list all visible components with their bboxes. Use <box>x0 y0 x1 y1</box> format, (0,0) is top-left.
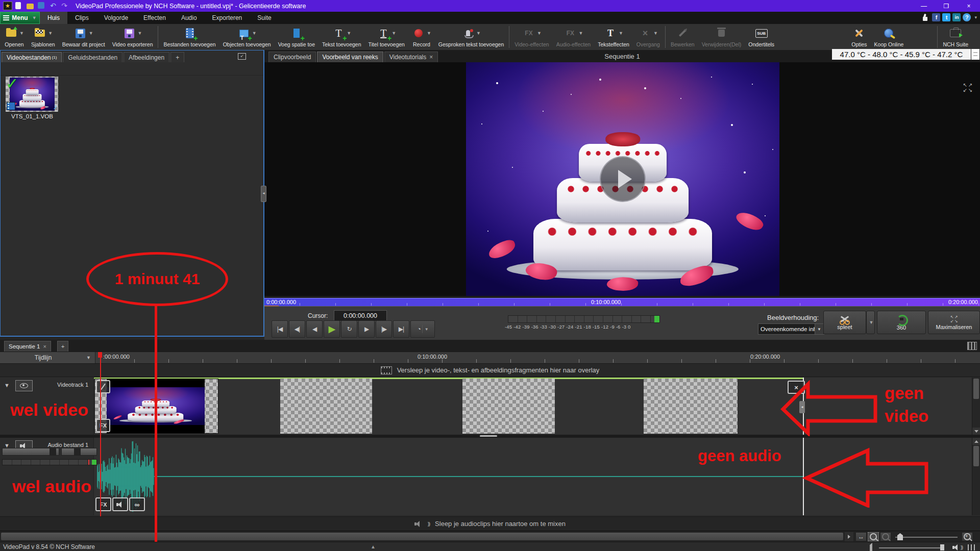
scrollbar-thumb[interactable] <box>973 446 979 466</box>
scrollbar-thumb[interactable] <box>973 379 979 399</box>
toolbar-button-koop-online[interactable]: Koop Online <box>871 24 908 50</box>
bin-tab-afbeeldingen[interactable]: Afbeeldingen <box>124 52 169 62</box>
menu-tab-effecten[interactable]: Effecten <box>136 12 174 24</box>
toolbar-button-gesproken-tekst-toevoegen[interactable]: ▼Gesproken tekst toevoegen <box>435 24 507 50</box>
play-button[interactable]: ▶ <box>324 320 340 338</box>
trim-handle[interactable]: ◂ <box>799 401 805 413</box>
audio-drop-zone[interactable]: )) Sleep je audioclips hier naartoe om t… <box>0 516 980 531</box>
toolbar-button-bestanden-toevoegen[interactable]: +Bestanden toevoegen <box>160 24 219 50</box>
toolbar-button-opties[interactable]: Opties <box>848 24 870 50</box>
add-bin-tab[interactable]: + <box>170 52 184 62</box>
preview-tab-videotutorials[interactable]: Videotutorials× <box>384 52 438 62</box>
cursor-time-field[interactable]: 0:00:00.000 <box>334 310 387 321</box>
audio-track[interactable]: ▼ Audio bestand 1 FX ∞ <box>0 438 980 515</box>
undock-panel-icon[interactable]: ↙ <box>238 53 246 60</box>
chevron-down-icon[interactable]: ▼ <box>537 31 542 36</box>
open-project-icon[interactable] <box>27 2 35 10</box>
timeline-options-icon[interactable] <box>967 342 977 350</box>
speaker-icon[interactable]: )) <box>952 544 963 550</box>
step-forward-button[interactable]: ▶ <box>358 320 375 338</box>
sequence-tab[interactable]: Sequentie 1 × <box>4 341 51 352</box>
add-sequence-tab[interactable]: + <box>57 341 68 352</box>
zoom-selection-icon[interactable] <box>868 532 879 541</box>
preview-seekbar[interactable]: 0:00:00.000 0:10:00.000 0:20:00.000 <box>264 298 980 306</box>
fullscreen-icon[interactable]: ↖↗↙↘ <box>963 83 973 93</box>
chevron-down-icon[interactable]: ▼ <box>653 31 658 36</box>
redo-icon[interactable]: ↷ <box>60 2 68 10</box>
toolbar-button-ondertitels[interactable]: SUBOndertitels <box>745 24 778 50</box>
split-button[interactable]: spleet <box>823 311 866 334</box>
bin-tab-videobestanden[interactable]: Videobestanden(1) <box>2 52 62 62</box>
scroll-up-icon[interactable] <box>972 438 980 445</box>
expand-up-icon[interactable]: ▲ <box>371 544 376 549</box>
volume-slider[interactable] <box>2 448 59 456</box>
audio-loop-badge[interactable]: ∞ <box>129 497 145 511</box>
chevron-down-icon[interactable]: ▼ <box>138 31 142 36</box>
prev-clip-button[interactable]: ◀| <box>289 320 305 338</box>
save-project-icon[interactable] <box>38 2 46 10</box>
preview-tab-clipvoorbeeld[interactable]: Clipvoorbeeld <box>268 52 316 62</box>
help-chevron-icon[interactable]: ▾ <box>974 15 977 20</box>
toolbar-button-tekst-toevoegen[interactable]: T+▼Tekst toevoegen <box>318 24 364 50</box>
toolbar-button-verwijderen-del[interactable]: Verwijderen(Del) <box>698 24 745 50</box>
clip-fx-badge[interactable]: FX <box>96 419 110 432</box>
timeline-mode-dropdown[interactable]: Tijdlijn ▼ <box>0 352 95 363</box>
maximize-preview-button[interactable]: ↖↗↙↘ Maximaliseren <box>928 311 980 334</box>
preview-tab-voorbeeld-van-reeks[interactable]: Voorbeeld van reeks <box>317 52 383 62</box>
timeline-horizontal-scrollbar[interactable]: ↔ + <box>0 531 980 542</box>
chevron-down-icon[interactable]: ▼ <box>347 31 351 36</box>
chevron-down-icon[interactable]: ▼ <box>427 31 431 36</box>
chevron-down-icon[interactable]: ▼ <box>19 31 24 36</box>
chevron-down-icon[interactable]: ▼ <box>89 31 93 36</box>
scroll-down-icon[interactable] <box>972 428 980 435</box>
mute-icon[interactable] <box>870 545 872 551</box>
play-overlay-button[interactable] <box>600 156 646 202</box>
chevron-down-icon[interactable]: ▼ <box>578 31 583 36</box>
twitter-icon[interactable]: t <box>942 13 950 21</box>
mixer-levels-icon[interactable] <box>968 544 975 550</box>
chevron-down-icon[interactable]: ▼ <box>476 31 481 36</box>
close-icon[interactable]: × <box>429 54 433 61</box>
toolbar-button-bewerken[interactable]: Bewerken <box>667 24 698 50</box>
new-project-icon[interactable] <box>15 2 23 10</box>
loop-button[interactable]: ↻ <box>341 320 357 338</box>
step-back-button[interactable]: ◀ <box>306 320 323 338</box>
like-icon[interactable] <box>922 13 930 21</box>
close-button[interactable]: × <box>958 0 980 12</box>
zoom-slider[interactable] <box>895 537 958 538</box>
panel-splitter-handle[interactable]: ◂ <box>261 186 266 202</box>
audio-volume-badge[interactable] <box>112 497 128 511</box>
fit-timeline-icon[interactable]: ↔ <box>855 532 867 541</box>
chevron-down-icon[interactable]: ▼ <box>48 31 53 36</box>
maximize-button[interactable]: ❒ <box>935 0 958 12</box>
divider-grip[interactable] <box>480 435 497 437</box>
next-clip-button[interactable]: |▶ <box>376 320 392 338</box>
minimize-button[interactable]: — <box>913 0 935 12</box>
menu-tab-clips[interactable]: Clips <box>67 12 96 24</box>
menu-tab-exporteren[interactable]: Exporteren <box>205 12 250 24</box>
toolbar-button-objecten-toevoegen[interactable]: +▼Objecten toevoegen <box>219 24 275 50</box>
help-icon[interactable]: ? <box>963 13 971 21</box>
collapse-track-icon[interactable]: ▼ <box>4 382 10 388</box>
master-volume-thumb[interactable] <box>940 544 944 550</box>
zoom-slider-thumb[interactable] <box>897 533 903 540</box>
chevron-down-icon[interactable]: ▼ <box>252 31 257 36</box>
scrollbar-thumb[interactable] <box>1 533 843 540</box>
master-volume-slider[interactable] <box>879 547 944 548</box>
split-dropdown[interactable]: ▼ <box>866 311 875 334</box>
video-360-button[interactable]: 360 <box>877 311 926 334</box>
undo-icon[interactable]: ↶ <box>49 2 57 10</box>
title-bar[interactable]: ★ ↶ ↷ VideoPad Professionele by NCH Soft… <box>0 0 980 12</box>
scroll-right-icon[interactable] <box>845 532 853 541</box>
toolbar-button-nch-suite[interactable]: NCH Suite <box>939 24 972 50</box>
skip-start-button[interactable]: |◀ <box>272 320 288 338</box>
toolbar-button-sjablonen[interactable]: ▼Sjablonen <box>28 24 59 50</box>
track-visibility-toggle[interactable] <box>15 380 33 391</box>
media-thumbnail-vts-01-1[interactable]: ✓ ♪ <box>6 77 58 112</box>
toolbar-button-titel-toevoegen[interactable]: T+▼Titel toevoegen <box>365 24 408 50</box>
overlay-drop-zone[interactable]: Versleep je video-, tekst- en afbeelding… <box>0 364 980 377</box>
toolbar-button-audio-effecten[interactable]: FX▼Audio-effecten <box>553 24 595 50</box>
clip-fade-icon[interactable] <box>96 380 110 393</box>
linkedin-icon[interactable]: in <box>952 13 961 21</box>
close-icon[interactable]: × <box>43 343 46 349</box>
